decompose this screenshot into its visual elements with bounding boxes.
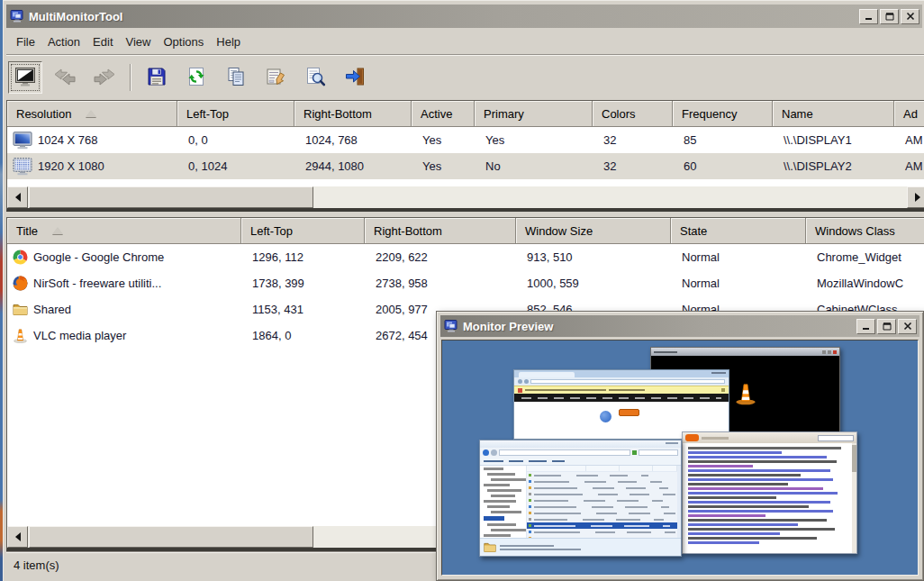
cell-title: Shared [33, 303, 71, 316]
column-header-left-top[interactable]: Left-Top [241, 218, 365, 244]
scroll-left-button[interactable] [7, 186, 28, 208]
mon1-icon [13, 132, 32, 150]
preview-chrome-window [513, 369, 729, 440]
window-controls [859, 9, 922, 24]
column-header-right-bottom[interactable]: Right-Bottom [365, 218, 516, 244]
maximize-button[interactable] [877, 319, 896, 334]
column-header-window-size[interactable]: Window Size [516, 218, 671, 244]
menu-help[interactable]: Help [210, 32, 247, 51]
menu-bar: FileActionEditViewOptionsHelp [6, 31, 922, 52]
cell-name: \\.\DISPLAY2 [773, 153, 894, 179]
move-window-to-next-monitor-icon [53, 66, 77, 90]
preview-window-title: Monitor Preview [463, 320, 553, 333]
column-header-state[interactable]: State [671, 218, 806, 244]
cell-primary: No [475, 153, 593, 179]
cell-right_bottom: 2738, 958 [365, 270, 516, 296]
firefox-icon [13, 276, 28, 291]
monitors-hscrollbar[interactable] [7, 186, 924, 208]
move-window-to-primary-monitor-button [87, 61, 122, 94]
sort-ascending-icon [86, 110, 96, 117]
menu-view[interactable]: View [120, 32, 158, 51]
move-window-to-next-monitor-button [48, 61, 82, 94]
monitor-preview-icon [14, 66, 37, 90]
monitor-preview-button[interactable] [8, 61, 42, 94]
screen: MultiMonitorTool FileActionEditViewOptio… [0, 0, 924, 581]
copy-selected-items-icon [224, 66, 248, 90]
cell-adapter: AM [894, 127, 924, 153]
column-headers: ResolutionLeft-TopRight-BottomActivePrim… [7, 101, 924, 127]
cell-window_size: 1000, 559 [516, 270, 671, 296]
vlc-icon [13, 328, 28, 343]
preview-explorer-window [479, 440, 682, 557]
cell-state: Normal [671, 244, 806, 270]
scroll-left-button[interactable] [7, 526, 28, 548]
menu-options[interactable]: Options [157, 32, 210, 51]
column-header-active[interactable]: Active [412, 101, 475, 127]
menu-edit[interactable]: Edit [86, 32, 119, 51]
cell-right_bottom: 1024, 768 [294, 127, 412, 153]
close-button[interactable] [901, 9, 919, 24]
cell-primary: Yes [475, 127, 593, 153]
cell-colors: 32 [593, 127, 673, 153]
cell-resolution: 1920 X 1080 [38, 159, 104, 173]
sort-ascending-icon [52, 227, 63, 234]
column-header-title[interactable]: Title [7, 218, 241, 244]
close-button[interactable] [898, 319, 917, 334]
column-header-ad[interactable]: Ad [894, 101, 924, 127]
exit-icon [343, 66, 367, 90]
cell-active: Yes [412, 127, 475, 153]
monitor-preview-window: Monitor Preview [436, 311, 924, 581]
cell-window_size: 913, 510 [516, 244, 671, 270]
preview-title-bar[interactable]: Monitor Preview [440, 315, 919, 337]
cell-right_bottom: 2209, 622 [365, 244, 516, 270]
column-header-windows-class[interactable]: Windows Class [806, 218, 924, 244]
cell-state: Normal [671, 270, 806, 296]
monitor-row[interactable]: 1024 X 7680, 01024, 768YesYes3285\\.\DIS… [7, 127, 924, 153]
cell-title: Google - Google Chrome [33, 250, 164, 264]
scroll-thumb[interactable] [29, 186, 313, 208]
main-title-bar[interactable]: MultiMonitorTool [6, 5, 922, 28]
app-icon [10, 9, 24, 23]
cell-left_top: 0, 1024 [177, 153, 294, 179]
menu-file[interactable]: File [10, 32, 41, 51]
monitor-row[interactable]: 1920 X 10800, 10242944, 1080YesNo3260\\.… [7, 153, 924, 179]
scroll-right-button[interactable] [907, 186, 924, 208]
cell-title: NirSoft - freeware utiliti... [33, 277, 161, 290]
window-row[interactable]: NirSoft - freeware utiliti...1738, 39927… [7, 270, 924, 296]
menu-action[interactable]: Action [41, 32, 86, 51]
maximize-button[interactable] [880, 9, 899, 24]
mon2-icon [13, 158, 32, 176]
properties-icon [264, 66, 287, 90]
column-header-colors[interactable]: Colors [593, 101, 673, 127]
window-row[interactable]: Google - Google Chrome1296, 1122209, 622… [7, 244, 924, 270]
item-count: 4 item(s) [14, 558, 59, 572]
window-controls [856, 319, 919, 334]
minimize-button[interactable] [856, 319, 875, 334]
column-header-name[interactable]: Name [773, 101, 894, 127]
find-icon [303, 66, 327, 90]
cell-left_top: 1864, 0 [241, 322, 365, 349]
cell-name: \\.\DISPLAY1 [773, 127, 894, 153]
minimize-button[interactable] [859, 9, 878, 24]
cell-active: Yes [412, 153, 475, 179]
column-header-frequency[interactable]: Frequency [673, 101, 773, 127]
copy-selected-items-button[interactable] [219, 61, 253, 94]
exit-button[interactable] [338, 61, 372, 94]
column-header-right-bottom[interactable]: Right-Bottom [294, 101, 412, 127]
cell-title: VLC media player [33, 329, 126, 342]
preview-firefox-window [682, 431, 857, 554]
column-header-left-top[interactable]: Left-Top [177, 101, 294, 127]
toolbar [6, 57, 924, 98]
cell-right_bottom: 2944, 1080 [294, 153, 412, 179]
column-header-resolution[interactable]: Resolution [7, 101, 177, 127]
menu-toolbar-divider [6, 54, 924, 56]
scroll-thumb[interactable] [29, 526, 313, 548]
save-selected-items-button[interactable] [140, 61, 174, 94]
properties-button[interactable] [258, 61, 293, 94]
refresh-button[interactable] [179, 61, 213, 94]
column-header-primary[interactable]: Primary [475, 101, 593, 127]
find-button[interactable] [298, 61, 332, 94]
refresh-icon [185, 66, 208, 90]
cell-colors: 32 [593, 153, 673, 179]
folder-icon [13, 303, 28, 316]
